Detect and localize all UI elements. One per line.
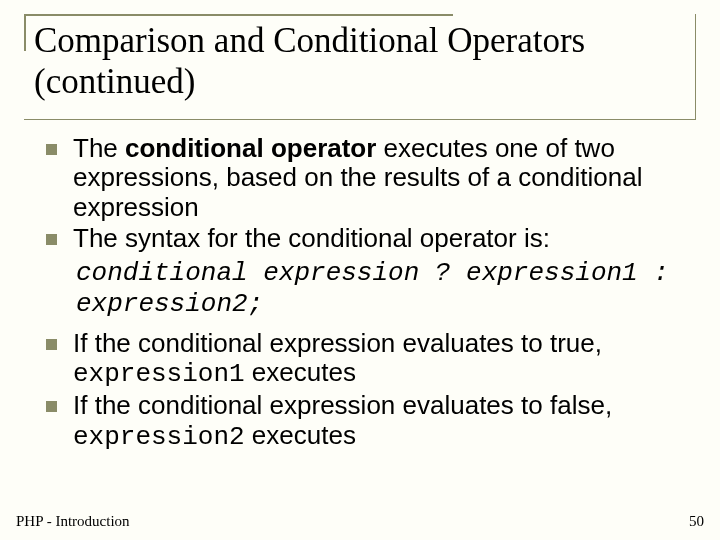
bullet-3: If the conditional expression evaluates … [46,329,690,391]
bullet-3-pre: If the conditional expression evaluates … [73,328,602,358]
footer-left: PHP - Introduction [16,513,130,530]
bullet-4-code: expression2 [73,422,245,452]
title-container: Comparison and Conditional Operators (co… [24,14,696,120]
square-bullet-icon [46,339,57,350]
bullet-1: The conditional operator executes one of… [46,134,690,224]
code-line-1: conditional expression ? expression1 : [76,258,690,289]
bullet-4-post: executes [245,420,356,450]
bullet-1-bold: conditional operator [125,133,376,163]
slide-title: Comparison and Conditional Operators (co… [34,20,695,103]
square-bullet-icon [46,234,57,245]
bullet-2: The syntax for the conditional operator … [46,224,690,254]
bullet-4: If the conditional expression evaluates … [46,391,690,453]
slide-content: The conditional operator executes one of… [0,120,720,454]
bullet-4-text: If the conditional expression evaluates … [73,391,690,453]
square-bullet-icon [46,144,57,155]
bullet-4-pre: If the conditional expression evaluates … [73,390,612,420]
bullet-1-pre: The [73,133,125,163]
bullet-2-text: The syntax for the conditional operator … [73,224,550,254]
code-syntax: conditional expression ? expression1 : e… [76,258,690,320]
bullet-3-text: If the conditional expression evaluates … [73,329,690,391]
square-bullet-icon [46,401,57,412]
slide-footer: PHP - Introduction 50 [16,513,704,530]
bullet-1-text: The conditional operator executes one of… [73,134,690,224]
code-line-2: expression2; [76,289,690,320]
bullet-3-post: executes [245,357,356,387]
page-number: 50 [689,513,704,530]
bullet-3-code: expression1 [73,359,245,389]
